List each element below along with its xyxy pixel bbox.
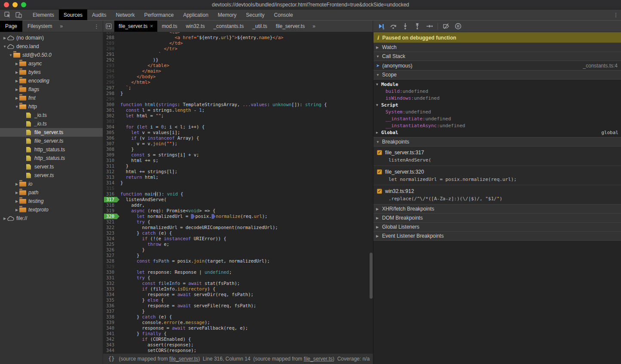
- code-line[interactable]: 297 `;: [103, 85, 373, 91]
- line-number[interactable]: 324: [103, 236, 118, 242]
- code-line[interactable]: 343 assert(response);: [103, 342, 373, 348]
- scope-property[interactable]: __instantiate: undefined: [373, 115, 621, 122]
- step-into-icon[interactable]: [401, 21, 410, 31]
- line-number[interactable]: 311: [103, 163, 118, 169]
- tree-item-testing[interactable]: ▶testing: [0, 197, 103, 205]
- scope-group-global[interactable]: ▶Globalglobal: [373, 129, 621, 136]
- navigator-tab-filesystem[interactable]: Filesystem: [22, 21, 57, 32]
- code-line[interactable]: 324 if (!(e instanceof URIError)) {: [103, 236, 373, 242]
- line-number[interactable]: 330: [103, 269, 118, 275]
- code-line[interactable]: 298}: [103, 91, 373, 96]
- pause-on-exceptions-icon[interactable]: [453, 21, 463, 31]
- pretty-print-icon[interactable]: {}: [106, 356, 117, 362]
- tree-item-file_server.ts[interactable]: file_server.ts: [0, 137, 103, 145]
- tree-item-server.ts[interactable]: server.ts: [0, 162, 103, 171]
- line-number[interactable]: 326: [103, 247, 118, 253]
- tab-audits[interactable]: Audits: [87, 9, 111, 20]
- line-number[interactable]: 319: [103, 208, 118, 214]
- resume-icon[interactable]: [376, 21, 386, 31]
- step-out-icon[interactable]: [413, 21, 422, 31]
- code-line[interactable]: 323 } catch (e) {: [103, 230, 373, 236]
- close-tab-icon[interactable]: ×: [150, 23, 153, 29]
- tab-elements[interactable]: Elements: [28, 9, 59, 20]
- tab-console[interactable]: Console: [269, 9, 298, 20]
- inspect-element-icon[interactable]: [2, 10, 13, 20]
- line-number[interactable]: 299: [103, 96, 118, 102]
- line-number[interactable]: 297: [103, 85, 118, 91]
- code-line[interactable]: 328 const fsPath = posix.join(target, no…: [103, 258, 373, 264]
- breakpoint-checkbox[interactable]: ✓: [377, 169, 382, 174]
- tab-application[interactable]: Application: [178, 9, 213, 20]
- line-number[interactable]: 289: [103, 40, 118, 46]
- line-number[interactable]: 316: [103, 191, 118, 197]
- inline-breakpoint-marker[interactable]: [211, 214, 215, 219]
- tab-memory[interactable]: Memory: [213, 9, 241, 20]
- scope-property[interactable]: isWindows: undefined: [373, 95, 621, 101]
- scope-group-module[interactable]: ▼Module: [373, 81, 621, 88]
- line-number[interactable]: 304: [103, 124, 118, 130]
- code-line[interactable]: 338 } catch (e) {: [103, 314, 373, 320]
- line-number[interactable]: 291: [103, 52, 118, 57]
- line-number[interactable]: 295: [103, 74, 118, 80]
- breakpoint-checkbox[interactable]: ✓: [377, 189, 382, 194]
- editor-tab[interactable]: _constants.ts: [209, 21, 248, 32]
- line-number[interactable]: 307: [103, 141, 118, 147]
- line-number[interactable]: 332: [103, 281, 118, 286]
- line-number[interactable]: 338: [103, 314, 118, 320]
- code-line[interactable]: 329: [103, 264, 373, 269]
- line-number[interactable]: 301: [103, 107, 118, 113]
- chevron-right-icon[interactable]: ▶: [15, 182, 19, 186]
- line-number[interactable]: 334: [103, 292, 118, 297]
- line-number[interactable]: 321: [103, 219, 118, 225]
- deactivate-breakpoints-icon[interactable]: [441, 21, 451, 31]
- code-line[interactable]: 317 listenAndServe(: [103, 197, 373, 202]
- breakpoint-marker[interactable]: 320: [103, 214, 118, 219]
- code-line[interactable]: 335 } else {: [103, 297, 373, 303]
- code-line[interactable]: 290 </tr>: [103, 46, 373, 52]
- line-number[interactable]: 329: [103, 264, 118, 269]
- editor-tab[interactable]: _util.ts: [248, 21, 272, 32]
- step-icon[interactable]: [425, 21, 434, 31]
- step-over-icon[interactable]: [389, 21, 398, 31]
- editor-scrollbar-thumb[interactable]: [370, 253, 373, 299]
- code-line[interactable]: 321 try {: [103, 219, 373, 225]
- chevron-down-icon[interactable]: ▼: [3, 45, 7, 49]
- inline-breakpoint-marker[interactable]: [191, 214, 195, 219]
- code-line[interactable]: 314}: [103, 180, 373, 186]
- code-line[interactable]: 312 html += strings[l];: [103, 169, 373, 174]
- line-number[interactable]: 328: [103, 258, 118, 264]
- chevron-right-icon[interactable]: ▶: [15, 96, 19, 100]
- tree-item-server.ts[interactable]: server.ts: [0, 171, 103, 180]
- code-line[interactable]: 339 console.error(e.message);: [103, 320, 373, 325]
- chevron-right-icon[interactable]: ▶: [15, 79, 19, 83]
- collapse-navigator-icon[interactable]: [103, 21, 114, 32]
- code-line[interactable]: 337 }: [103, 309, 373, 314]
- tree-item-http_status.ts[interactable]: http_status.ts: [0, 145, 103, 154]
- line-number[interactable]: 331: [103, 275, 118, 281]
- navigator-tabs-overflow-icon[interactable]: »: [57, 21, 65, 32]
- code-line[interactable]: 294 </main>: [103, 68, 373, 74]
- chevron-down-icon[interactable]: ▼: [9, 53, 13, 57]
- code-line[interactable]: 313 return html;: [103, 174, 373, 180]
- section-xhr-fetch-breakpoints[interactable]: ▶XHR/fetch Breakpoints: [373, 204, 621, 214]
- line-number[interactable]: 333: [103, 286, 118, 292]
- code-line[interactable]: 295 </body>: [103, 74, 373, 80]
- code-line[interactable]: 301 const l = strings.length - 1;: [103, 107, 373, 113]
- editor-tab[interactable]: win32.ts: [181, 21, 209, 32]
- code-line[interactable]: 319 async (req): Promise<void> => {: [103, 208, 373, 214]
- code-line[interactable]: 326 }: [103, 247, 373, 253]
- section-global-listeners[interactable]: ▶Global Listeners: [373, 222, 621, 232]
- tab-sources[interactable]: Sources: [59, 9, 87, 20]
- code-line[interactable]: 288 <a href="${entry.url}">${entry.name}…: [103, 35, 373, 40]
- code-line[interactable]: 333 if (fileInfo.isDirectory) {: [103, 286, 373, 292]
- line-number[interactable]: 294: [103, 68, 118, 74]
- chevron-right-icon[interactable]: ▶: [15, 62, 19, 66]
- chevron-right-icon[interactable]: ▶: [3, 217, 7, 220]
- chevron-right-icon[interactable]: ▶: [15, 199, 19, 203]
- tree-item-textproto[interactable]: ▶textproto: [0, 205, 103, 214]
- tab-network[interactable]: Network: [111, 9, 139, 20]
- tree-item-path[interactable]: ▶path: [0, 188, 103, 197]
- devtools-menu-kebab-icon[interactable]: ⋮: [611, 9, 621, 20]
- breakpoint-checkbox[interactable]: ✓: [377, 150, 382, 155]
- code-line[interactable]: 311 }: [103, 163, 373, 169]
